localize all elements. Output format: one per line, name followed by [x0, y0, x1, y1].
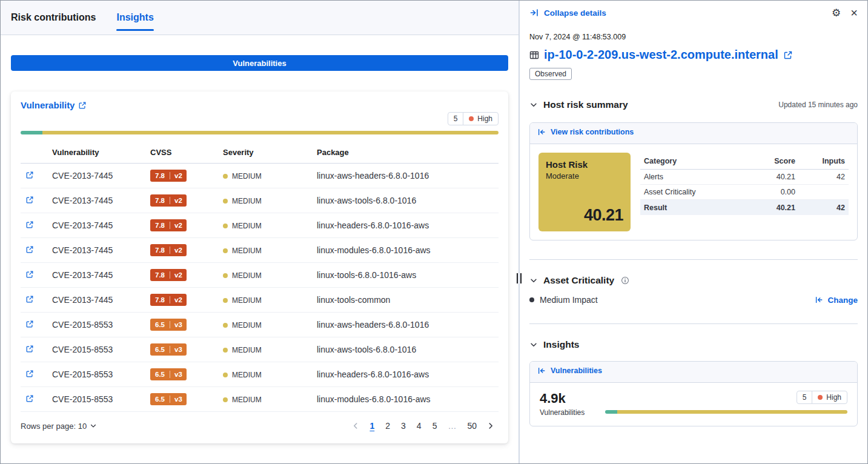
severity-label: MEDIUM	[232, 222, 262, 230]
pagination-pages: 12345…50	[365, 419, 482, 433]
package-column-header: Package	[312, 142, 499, 164]
cvss-badge: 6.5 v3	[150, 319, 187, 331]
vulnerabilities-panel-label: Vulnerabilities	[551, 366, 602, 375]
rows-per-page-select[interactable]: Rows per page: 10	[21, 422, 97, 431]
change-asset-criticality-link[interactable]: Change	[815, 296, 858, 305]
table-row: CVE-2015-8553 6.5 v3 MEDIUM linux-aws-he…	[21, 313, 499, 337]
bar-segment	[617, 410, 847, 414]
cvss-badge: 7.8 v2	[150, 269, 187, 281]
package-name: linux-headers-6.8.0-1016-aws	[317, 220, 429, 230]
cvss-version: v3	[170, 396, 187, 403]
chevron-left-icon	[351, 422, 360, 430]
tab-insights[interactable]: Insights	[116, 1, 153, 35]
score-column-header: Score	[752, 157, 795, 165]
pagination-prev-arrow[interactable]	[348, 422, 363, 430]
cve-id: CVE-2013-7445	[52, 171, 113, 181]
pagination-page-3[interactable]: 3	[396, 419, 411, 433]
risk-summary-panel: View risk contributions Host Risk Modera…	[529, 122, 858, 240]
risk-updated-text: Updated 15 minutes ago	[778, 101, 858, 109]
package-name: linux-headers-6.8.0-1016-aws	[317, 370, 429, 379]
pagination-page-1[interactable]: 1	[365, 419, 379, 433]
open-vulnerability-icon[interactable]	[25, 370, 34, 378]
severity-label: MEDIUM	[232, 296, 262, 305]
external-link-icon	[25, 245, 34, 254]
cvss-badge: 6.5 v3	[150, 368, 187, 380]
cvss-version: v3	[170, 321, 187, 328]
open-vulnerability-icon[interactable]	[25, 171, 34, 179]
severity-label: MEDIUM	[232, 321, 262, 330]
package-name: linux-aws-tools-6.8.0-1016	[317, 196, 416, 205]
pagination-page-5[interactable]: 5	[428, 419, 442, 433]
tab-risk-contributions[interactable]: Risk contributions	[11, 1, 96, 35]
severity-level-label: High	[477, 114, 492, 123]
cvss-score: 7.8	[150, 197, 170, 204]
info-icon[interactable]	[621, 276, 629, 285]
severity-level-badge: High	[463, 112, 499, 125]
severity-label: MEDIUM	[232, 371, 262, 379]
cvss-badge: 7.8 v2	[150, 294, 187, 306]
host-name-link[interactable]: ip-10-0-2-209.us-west-2.compute.internal	[544, 48, 778, 62]
pagination-next-arrow[interactable]	[483, 422, 499, 430]
open-vulnerability-icon[interactable]	[25, 270, 34, 279]
arrow-start-icon	[815, 296, 823, 304]
vulnerability-title-link[interactable]: Vulnerability	[21, 100, 87, 110]
cve-id: CVE-2013-7445	[52, 220, 113, 230]
host-risk-summary-toggle[interactable]: Host risk summary	[529, 99, 628, 110]
panel-resize-handle[interactable]	[517, 273, 522, 283]
close-flyout-icon[interactable]: ×	[850, 7, 858, 19]
open-vulnerability-icon[interactable]	[25, 196, 34, 204]
host-risk-summary-title: Host risk summary	[543, 99, 628, 110]
impact-level-label: Medium Impact	[540, 295, 598, 305]
cvss-version: v2	[170, 222, 187, 229]
host-details-flyout: Collapse details ⚙ × Nov 7, 2024 @ 11:48…	[520, 1, 867, 463]
vulnerability-card: Vulnerability 5 High	[11, 91, 508, 443]
table-row: CVE-2013-7445 7.8 v2 MEDIUM linux-module…	[21, 238, 499, 263]
rows-per-page-label: Rows per page: 10	[21, 422, 87, 431]
asset-criticality-toggle[interactable]: Asset Criticality	[529, 275, 629, 286]
chevron-down-icon	[529, 276, 538, 285]
settings-gear-icon[interactable]: ⚙	[832, 8, 841, 18]
cvss-score: 6.5	[150, 371, 170, 378]
insight-level-label: High	[826, 393, 841, 402]
open-vulnerability-icon[interactable]	[25, 394, 34, 403]
insights-toggle[interactable]: Insights	[529, 339, 579, 350]
pagination-page-50[interactable]: 50	[462, 419, 482, 433]
risk-category-table: Category Score Inputs Alerts40.2142Asset…	[640, 153, 849, 231]
vulnerabilities-banner-button[interactable]: Vulnerabilities	[11, 55, 508, 71]
severity-label: MEDIUM	[232, 197, 262, 205]
external-link-icon	[25, 295, 34, 303]
open-vulnerability-icon[interactable]	[25, 345, 34, 353]
cvss-badge: 6.5 v3	[150, 393, 187, 405]
cve-id: CVE-2015-8553	[52, 370, 113, 379]
insights-title: Insights	[543, 339, 579, 350]
severity-label: MEDIUM	[232, 172, 262, 181]
severity-distribution-bar	[21, 131, 499, 134]
category-column-header: Category	[644, 157, 752, 165]
open-vulnerability-icon[interactable]	[25, 320, 34, 328]
open-vulnerability-icon[interactable]	[25, 295, 34, 303]
vulnerabilities-panel-link[interactable]: Vulnerabilities	[537, 366, 602, 375]
inputs-column-header: Inputs	[795, 157, 845, 165]
open-vulnerability-icon[interactable]	[25, 245, 34, 254]
pagination-page-4[interactable]: 4	[412, 419, 426, 433]
risk-panel-header: View risk contributions	[530, 123, 857, 144]
risk-category: Alerts	[644, 173, 752, 181]
pagination-page-2[interactable]: 2	[380, 419, 395, 433]
chevron-down-icon	[90, 422, 97, 429]
external-link-icon	[25, 220, 34, 229]
table-row: CVE-2015-8553 6.5 v3 MEDIUM linux-module…	[21, 387, 499, 412]
view-risk-contributions-link[interactable]: View risk contributions	[537, 128, 634, 136]
vulnerabilities-panel-header: Vulnerabilities	[530, 362, 857, 383]
observed-badge: Observed	[529, 68, 572, 80]
insight-distribution-bar	[605, 410, 847, 414]
chevron-down-icon	[529, 340, 538, 349]
arrow-end-icon	[529, 8, 539, 18]
open-vulnerability-icon[interactable]	[25, 220, 34, 229]
insight-level-badge: High	[812, 391, 847, 404]
cvss-version: v2	[170, 271, 187, 279]
collapse-details-button[interactable]: Collapse details	[529, 8, 606, 18]
bar-segment	[42, 131, 499, 134]
cve-id: CVE-2013-7445	[52, 270, 113, 280]
external-link-icon[interactable]	[783, 50, 793, 60]
bar-segment	[605, 410, 617, 414]
